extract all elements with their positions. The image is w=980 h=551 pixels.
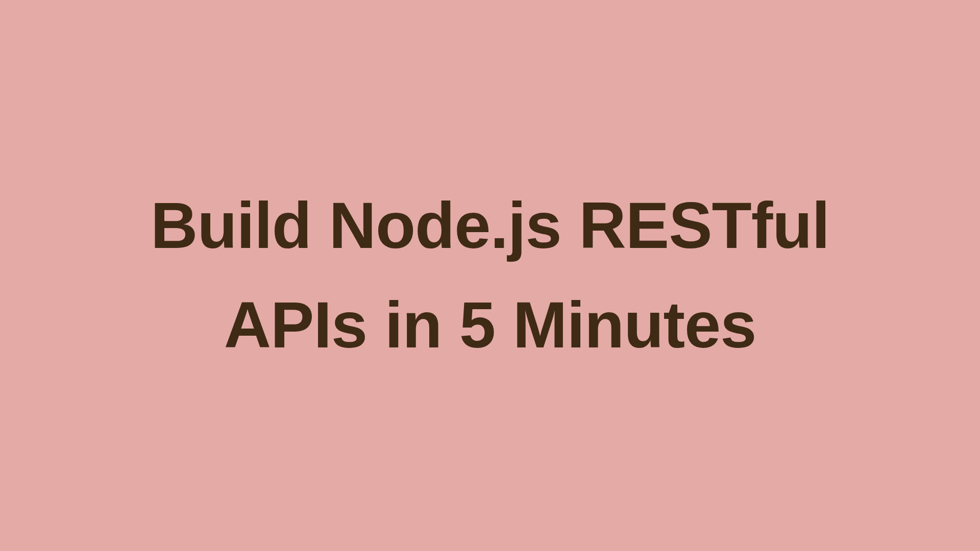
card-title: Build Node.js RESTful APIs in 5 Minutes <box>143 176 837 374</box>
title-card: Build Node.js RESTful APIs in 5 Minutes <box>0 0 980 551</box>
